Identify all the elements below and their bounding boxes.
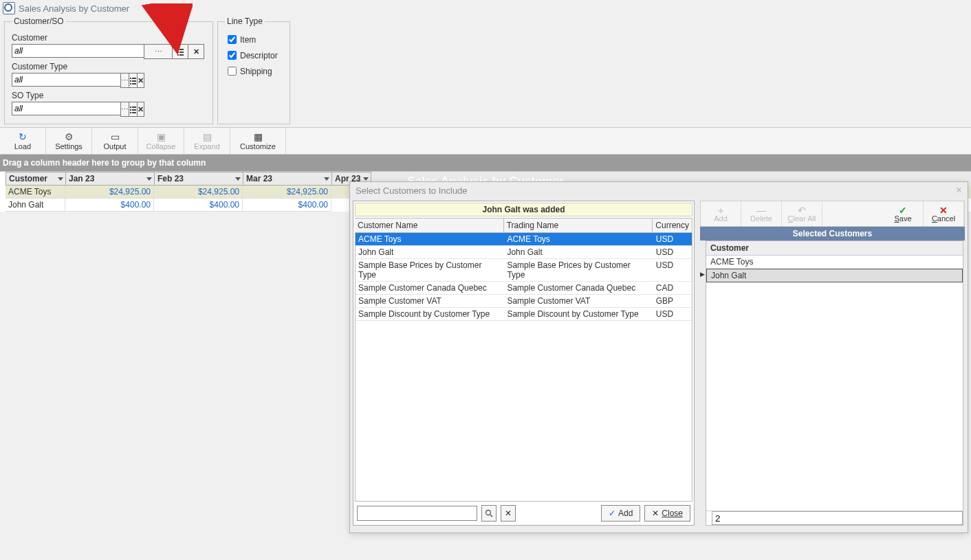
filter-row: Customer/SO Customer Customer Type SO Ty… [0,16,971,124]
titlebar: Sales Analysis by Customer [0,0,971,16]
cell: Sample Customer Canada Quebec [504,282,653,294]
dropdown-icon[interactable] [324,177,329,181]
main-window: Sales Analysis by Customer Customer/SO C… [0,0,971,560]
svg-rect-7 [132,78,136,79]
load-icon: ↻ [19,131,27,142]
cell-value: $400.00 [65,199,154,212]
customer-row[interactable]: John GaltJohn GaltUSD [356,246,692,259]
dialog-close-icon[interactable]: × [956,184,962,197]
customer-row[interactable]: Sample Customer VATSample Customer VATGB… [356,295,692,308]
svg-rect-8 [130,80,131,82]
customize-icon: ▦ [254,131,263,142]
save-icon: ✓ [899,205,907,214]
clear-search-icon[interactable]: ✕ [501,505,516,522]
svg-rect-14 [130,109,131,111]
cell-value: $400.00 [154,199,243,212]
selected-row[interactable]: John Galt [706,269,963,282]
cell-customer: John Galt [6,199,65,212]
available-customers-pane: John Galt was added Customer NameTrading… [353,201,695,526]
item-checkbox[interactable] [228,35,237,44]
checkbox-label: Shipping [240,67,272,76]
svg-rect-3 [179,52,184,53]
cell: John Galt [356,246,504,258]
clear-icon[interactable] [188,44,204,59]
cell-value: $24,925.00 [65,186,154,199]
cell: John Galt [504,246,653,258]
add-customer-button[interactable]: ✓ Add [601,505,640,522]
dropdown-icon[interactable] [363,177,369,181]
collapse-button: ▣ Collapse [138,128,184,154]
selected-count[interactable] [712,511,963,525]
customer-row[interactable]: ACME ToysACME ToysUSD [356,233,692,246]
selected-customers-grid: Customer ACME ToysJohn Galt [706,240,963,526]
col-Feb-23[interactable]: Feb 23 [155,172,243,186]
cancel-button[interactable]: ✕ Cancel [924,201,964,226]
delete-icon: — [756,205,766,214]
checkbox-label: Descriptor [240,51,278,60]
window-title: Sales Analysis by Customer [19,3,129,14]
svg-rect-4 [177,54,179,56]
search-icon[interactable] [481,505,497,522]
svg-rect-16 [130,112,131,113]
group-by-band[interactable]: Drag a column header here to group by th… [0,155,971,171]
expand-icon: ▤ [203,131,212,142]
settings-button[interactable]: ⚙ Settings [46,128,92,154]
svg-rect-13 [132,107,136,108]
status-message: John Galt was added [355,203,692,216]
load-button[interactable]: ↻ Load [0,128,46,154]
svg-point-18 [486,511,491,515]
col-Jan-23[interactable]: Jan 23 [66,172,155,186]
svg-rect-17 [132,112,136,113]
customer-row[interactable]: Sample Customer Canada QuebecSample Cust… [356,282,692,295]
collapse-icon: ▣ [157,131,166,142]
line-type-group: Line Type Item Descriptor Shipping [217,16,290,124]
col-customer-name[interactable]: Customer Name [355,219,504,232]
descriptor-checkbox[interactable] [228,51,237,60]
cell: GBP [653,295,692,307]
delete-button: — Delete [741,201,782,226]
close-dialog-button[interactable]: ✕ Close [644,505,690,522]
svg-rect-5 [179,54,184,56]
so-type-input[interactable] [12,102,121,115]
customer-row[interactable]: Sample Base Prices by Customer TypeSampl… [356,259,692,282]
col-customer[interactable]: Customer [6,172,66,186]
cell: Sample Base Prices by Customer Type [356,259,504,281]
field-label: SO Type [12,91,206,100]
cell: USD [653,308,692,320]
field-label: Customer Type [12,62,206,71]
selected-row[interactable]: ACME Toys [706,256,963,269]
selected-customers-pane: ＋ Add — Delete ↶ Clear All ✓ Save ✕ Canc… [700,201,965,526]
col-currency[interactable]: Currency [653,219,692,232]
add-icon: ＋ [716,205,725,214]
customer-row[interactable]: Sample Discount by Customer TypeSample D… [356,308,692,321]
customer-input[interactable] [12,44,144,58]
customer-search-input[interactable] [357,506,477,521]
svg-rect-2 [177,52,179,53]
cell: ACME Toys [504,233,653,245]
dropdown-icon[interactable] [146,177,152,181]
add-button: ＋ Add [701,201,741,226]
selected-col-header: Customer [706,241,963,256]
ellipsis-icon[interactable] [144,44,173,59]
customer-type-input[interactable] [12,73,121,87]
cell: ACME Toys [356,233,504,245]
clear-all-icon: ↶ [798,205,806,214]
col-Mar-23[interactable]: Mar 23 [243,172,332,186]
output-button[interactable]: ▭ Output [92,128,138,154]
svg-rect-12 [130,107,131,108]
cell: CAD [653,282,692,294]
app-icon [3,2,15,14]
list-icon[interactable] [172,44,188,59]
customize-button[interactable]: ▦ Customize [230,128,286,154]
shipping-checkbox[interactable] [228,67,237,76]
cell: USD [653,233,692,245]
cancel-icon: ✕ [939,205,948,214]
save-button[interactable]: ✓ Save [883,201,924,226]
clear-icon[interactable] [137,73,144,88]
dropdown-icon[interactable] [235,177,241,181]
col-trading-name[interactable]: Trading Name [504,219,653,232]
dropdown-icon[interactable] [58,177,63,181]
dialog-title: Select Customers to Include [356,186,468,196]
svg-rect-9 [132,80,136,82]
clear-icon[interactable] [137,102,144,117]
